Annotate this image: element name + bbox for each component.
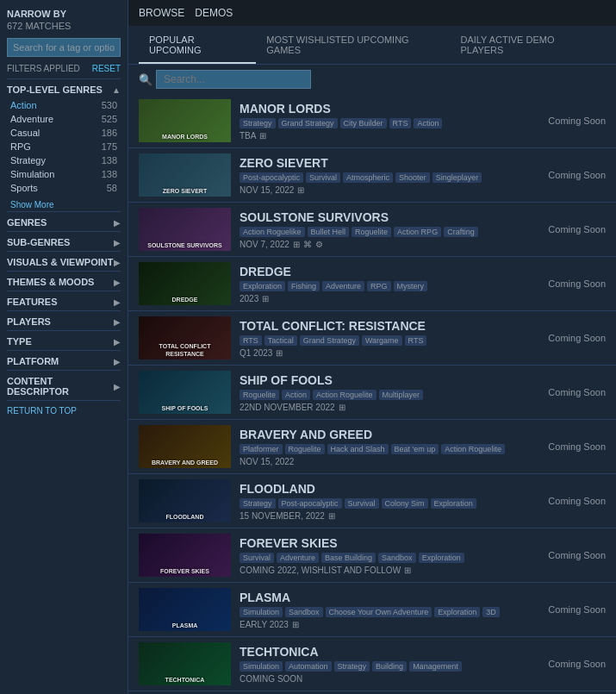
game-row-floodland[interactable]: FLOODLAND FLOODLAND StrategyPost-apocaly… — [128, 474, 616, 528]
game-status: Coming Soon — [537, 534, 606, 577]
game-info: TECHTONICA SimulationAutomationStrategyB… — [240, 642, 528, 685]
game-title: FLOODLAND — [240, 482, 528, 496]
game-tag: Tactical — [264, 335, 297, 346]
game-tag: Strategy — [334, 661, 370, 672]
windows-icon: ⊞ — [297, 185, 304, 195]
content-descriptor-section[interactable]: CONTENT DESCRIPTOR ▶ — [7, 370, 121, 400]
search-input[interactable] — [156, 70, 311, 89]
game-date: 15 NOVEMBER, 2022 ⊞ — [240, 511, 528, 521]
game-info: FOREVER SKIES SurvivalAdventureBase Buil… — [240, 534, 528, 577]
genre-item-simulation[interactable]: Simulation138 — [7, 167, 121, 181]
game-tag: Management — [409, 661, 462, 672]
windows-icon: ⊞ — [276, 348, 283, 358]
game-row-forever-skies[interactable]: FOREVER SKIES FOREVER SKIES SurvivalAdve… — [128, 528, 616, 583]
game-row-soulstone-survivors[interactable]: SOULSTONE SURVIVORS SOULSTONE SURVIVORS … — [128, 203, 616, 257]
genre-item-strategy[interactable]: Strategy138 — [7, 153, 121, 167]
game-title: BRAVERY AND GREED — [240, 428, 528, 441]
return-to-top[interactable]: RETURN TO TOP — [7, 400, 121, 416]
game-tag: Mystery — [394, 281, 428, 291]
game-date: EARLY 2023 ⊞ — [240, 620, 528, 629]
game-tag: RTS — [240, 335, 262, 346]
genre-item-rpg[interactable]: RPG175 — [7, 140, 121, 153]
windows-icon: ⊞ — [293, 240, 300, 249]
game-tag: RTS — [405, 335, 427, 346]
game-tag: Simulation — [240, 661, 283, 672]
features-section[interactable]: FEATURES ▶ — [7, 291, 121, 310]
game-info: SHIP OF FOOLS RogueliteActionAction Rogu… — [240, 371, 528, 414]
game-row-ship-of-fools[interactable]: SHIP OF FOOLS SHIP OF FOOLS RogueliteAct… — [128, 366, 616, 420]
game-date: Q1 2023 ⊞ — [240, 348, 528, 358]
game-row-bravery-greed[interactable]: BRAVERY AND GREED BRAVERY AND GREED Plat… — [128, 420, 616, 474]
features-label: FEATURES — [7, 297, 57, 307]
game-info: FLOODLAND StrategyPost-apocalypticSurviv… — [240, 479, 528, 522]
platform-label: PLATFORM — [7, 356, 59, 366]
reset-button[interactable]: RESET — [92, 64, 121, 73]
tab-popular[interactable]: POPULAR UPCOMING — [139, 26, 256, 64]
top-level-genres-label: TOP-LEVEL GENRES — [7, 84, 103, 95]
demos-nav[interactable]: DEMOS — [195, 7, 233, 19]
game-status: Coming Soon — [537, 208, 606, 251]
game-tag: Base Building — [321, 553, 376, 563]
genre-item-sports[interactable]: Sports58 — [7, 181, 121, 195]
genre-item-adventure[interactable]: Adventure525 — [7, 112, 121, 126]
sidebar-search-input[interactable] — [7, 38, 121, 57]
game-thumbnail: BRAVERY AND GREED — [139, 425, 231, 468]
show-more-genres[interactable]: Show More — [7, 198, 121, 211]
players-section[interactable]: PLAYERS ▶ — [7, 310, 121, 330]
sub-genres-section[interactable]: SUB-GENRES ▶ — [7, 231, 121, 251]
game-tag: RTS — [389, 118, 412, 128]
platform-chevron-icon: ▶ — [114, 357, 121, 366]
visuals-section[interactable]: VISUALS & VIEWPOINT ▶ — [7, 251, 121, 271]
game-tag: Roguelite — [352, 227, 391, 237]
game-date: NOV 15, 2022 ⊞ — [240, 185, 528, 195]
game-row-manor-lords[interactable]: MANOR LORDS MANOR LORDS StrategyGrand St… — [128, 94, 616, 148]
genres-chevron-icon: ▲ — [112, 85, 121, 95]
game-tags: SurvivalAdventureBase BuildingSandboxExp… — [240, 553, 528, 563]
browse-nav[interactable]: BROWSE — [139, 7, 184, 19]
filters-applied-label: FILTERS APPLIED — [7, 64, 80, 73]
game-row-dredge[interactable]: DREDGE DREDGE ExplorationFishingAdventur… — [128, 257, 616, 311]
game-row-plasma[interactable]: PLASMA PLASMA SimulationSandboxChoose Yo… — [128, 583, 616, 637]
main-content: BROWSE DEMOS POPULAR UPCOMING MOST WISHL… — [128, 0, 616, 694]
game-tag: Grand Strategy — [278, 118, 338, 128]
windows-icon: ⊞ — [404, 566, 411, 575]
game-row-techtonica[interactable]: TECHTONICA TECHTONICA SimulationAutomati… — [128, 637, 616, 691]
game-date: COMING 2022, WISHLIST AND FOLLOW ⊞ — [240, 566, 528, 575]
game-date: 2023 ⊞ — [240, 294, 528, 303]
type-label: TYPE — [7, 336, 32, 347]
genres-section[interactable]: GENRES ▶ — [7, 211, 121, 231]
themes-moods-section[interactable]: THEMES & MOODS ▶ — [7, 271, 121, 291]
genre-list: Action530Adventure525Casual186RPG175Stra… — [7, 98, 121, 195]
game-tag: Sandbox — [285, 607, 323, 617]
game-tag: Fishing — [288, 281, 320, 291]
game-date: TBA ⊞ — [240, 131, 528, 141]
type-section[interactable]: TYPE ▶ — [7, 330, 121, 350]
players-chevron-icon: ▶ — [114, 317, 121, 327]
tab-wishlisted[interactable]: MOST WISHLISTED UPCOMING GAMES — [256, 26, 450, 64]
game-tag: City Builder — [340, 118, 387, 128]
game-info: ZERO SIEVERT Post-apocalypticSurvivalAtm… — [240, 153, 528, 197]
game-title: SHIP OF FOOLS — [240, 373, 528, 387]
top-level-genres-section[interactable]: TOP-LEVEL GENRES ▲ — [7, 78, 121, 98]
game-tag: 3D — [482, 607, 500, 617]
content-descriptor-label: CONTENT DESCRIPTOR — [7, 376, 114, 397]
genre-item-action[interactable]: Action530 — [7, 98, 121, 112]
game-thumbnail: SHIP OF FOOLS — [139, 371, 231, 414]
game-tag: Platformer — [240, 444, 283, 454]
game-tag: Action RPG — [394, 227, 441, 237]
game-status: Coming Soon — [537, 588, 606, 631]
game-thumbnail: ZERO SIEVERT — [139, 153, 231, 197]
game-row-total-conflict[interactable]: TOTAL CONFLICT RESISTANCE TOTAL CONFLICT… — [128, 311, 616, 366]
top-nav: BROWSE DEMOS — [128, 0, 616, 26]
game-tag: Roguelite — [240, 390, 279, 400]
game-tags: Post-apocalypticSurvivalAtmosphericShoot… — [240, 172, 528, 183]
platform-section[interactable]: PLATFORM ▶ — [7, 350, 121, 370]
tab-daily[interactable]: DAILY ACTIVE DEMO PLAYERS — [450, 26, 606, 64]
game-tag: Simulation — [240, 607, 283, 617]
genre-item-casual[interactable]: Casual186 — [7, 126, 121, 140]
game-row-zero-sievert[interactable]: ZERO SIEVERT ZERO SIEVERT Post-apocalypt… — [128, 148, 616, 203]
game-tag: Singleplayer — [432, 172, 482, 183]
game-tag: Wargame — [362, 335, 402, 346]
game-tag: Building — [372, 661, 407, 672]
windows-icon: ⊞ — [339, 403, 345, 412]
